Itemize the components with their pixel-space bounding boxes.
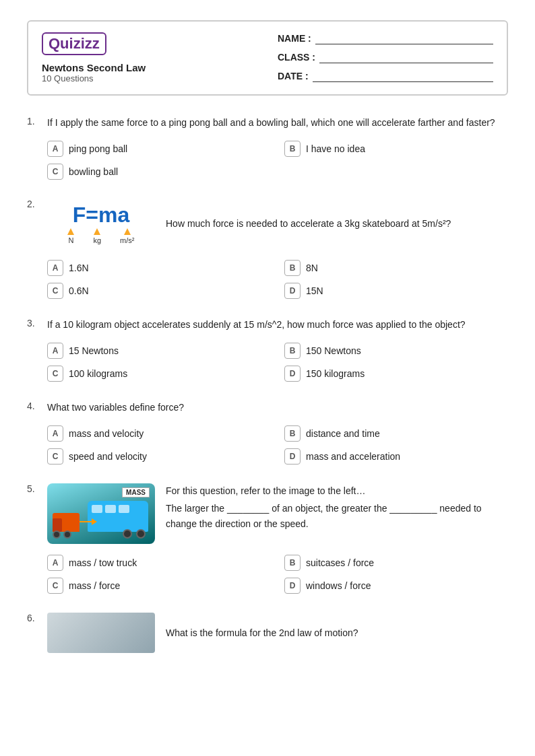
- answer-text-2b: 8N: [306, 263, 318, 273]
- answer-2d[interactable]: D 15N: [284, 283, 508, 299]
- answer-3a[interactable]: A 15 Newtons: [47, 343, 271, 359]
- answer-2b[interactable]: B 8N: [284, 260, 508, 276]
- header-box: Quizizz Newtons Second Law 10 Questions …: [27, 20, 508, 96]
- answer-letter-4b: B: [284, 425, 301, 442]
- bus-illustration: MASS: [47, 483, 155, 544]
- answer-text-4b: distance and time: [306, 428, 380, 439]
- question-6-num: 6.: [27, 613, 40, 653]
- fma-image: F=ma N kg m/s²: [47, 199, 155, 249]
- fma-arrow-kg: kg: [93, 228, 101, 244]
- answer-1b[interactable]: B I have no idea: [284, 141, 508, 157]
- answer-letter-3d: D: [284, 366, 301, 382]
- answer-1c[interactable]: C bowling ball: [47, 164, 271, 180]
- answer-letter-3c: C: [47, 366, 63, 382]
- answer-4c[interactable]: C speed and velocity: [47, 448, 271, 465]
- answer-3b[interactable]: B 150 Newtons: [284, 343, 508, 359]
- question-3-text: 3. If a 10 kilogram object accelerates s…: [27, 318, 508, 332]
- answer-4d[interactable]: D mass and acceleration: [284, 448, 508, 465]
- name-field-row: NAME :: [278, 32, 493, 44]
- question-3-body: If a 10 kilogram object accelerates sudd…: [47, 318, 508, 332]
- date-label: DATE :: [278, 71, 309, 81]
- fma-label-kg: kg: [93, 236, 101, 244]
- header-right: NAME : CLASS : DATE :: [278, 32, 493, 82]
- answer-5c[interactable]: C mass / force: [47, 578, 271, 594]
- answer-letter-4a: A: [47, 425, 63, 442]
- answer-text-5a: mass / tow truck: [69, 557, 137, 568]
- answer-5a[interactable]: A mass / tow truck: [47, 555, 271, 571]
- answer-letter-2b: B: [284, 260, 301, 276]
- question-1-text: 1. If I apply the same force to a ping p…: [27, 116, 508, 130]
- answer-5b[interactable]: B suitcases / force: [284, 555, 508, 571]
- answer-4b[interactable]: B distance and time: [284, 425, 508, 442]
- quiz-title: Newtons Second Law: [42, 62, 146, 73]
- question-6: 6. What is the formula for the 2nd law o…: [27, 613, 508, 653]
- answer-text-3c: 100 kilograms: [69, 368, 127, 379]
- arrow-up-n: [67, 228, 74, 235]
- answer-3d[interactable]: D 150 kilograms: [284, 366, 508, 382]
- question-4-text: 4. What two variables define force?: [27, 401, 508, 415]
- question-5-body: For this question, refer to the image to…: [166, 483, 508, 544]
- answer-text-1b: I have no idea: [306, 143, 365, 154]
- question-4-answers: A mass and velocity B distance and time …: [47, 425, 508, 465]
- answer-text-5b: suitcases / force: [306, 557, 374, 568]
- answer-letter-5b: B: [284, 555, 301, 571]
- question-3-answers: A 15 Newtons B 150 Newtons C 100 kilogra…: [47, 343, 508, 382]
- answer-2a[interactable]: A 1.6N: [47, 260, 271, 276]
- fma-arrow-n: N: [67, 228, 74, 244]
- fma-label-ms2: m/s²: [120, 236, 134, 244]
- question-4: 4. What two variables define force? A ma…: [27, 401, 508, 465]
- answer-text-2d: 15N: [306, 285, 323, 296]
- answer-letter-1a: A: [47, 141, 63, 157]
- arrow-head: [92, 518, 97, 525]
- question-2-text: 2. F=ma N kg: [27, 199, 508, 249]
- answer-2c[interactable]: C 0.6N: [47, 283, 271, 299]
- answer-3c[interactable]: C 100 kilograms: [47, 366, 271, 382]
- fma-arrow-ms2: m/s²: [120, 228, 134, 244]
- bus-window-2: [105, 505, 116, 513]
- question-6-text: 6. What is the formula for the 2nd law o…: [27, 613, 508, 653]
- q5-line2: The larger the ________ of an object, th…: [166, 501, 508, 531]
- fma-formula: F=ma: [73, 204, 129, 226]
- arrow-up-ms2: [124, 228, 131, 235]
- question-2-answers: A 1.6N B 8N C 0.6N D 15N: [47, 260, 508, 299]
- question-5-answers: A mass / tow truck B suitcases / force C…: [47, 555, 508, 594]
- question-5: 5. MASS: [27, 483, 508, 594]
- answer-letter-4d: D: [284, 448, 301, 465]
- bus-wheel-2: [123, 529, 132, 539]
- date-field-row: DATE :: [278, 70, 493, 82]
- q5-inner: MASS: [47, 483, 508, 544]
- force-arrow: [80, 518, 97, 525]
- fma-arrows: N kg m/s²: [67, 228, 134, 244]
- answer-text-1c: bowling ball: [69, 166, 118, 177]
- answer-text-3a: 15 Newtons: [69, 345, 119, 356]
- question-4-num: 4.: [27, 401, 40, 415]
- name-line[interactable]: [315, 32, 493, 44]
- class-line[interactable]: [319, 51, 493, 63]
- q2-inner: F=ma N kg m/s²: [47, 199, 451, 249]
- answer-letter-4c: C: [47, 448, 63, 465]
- answer-4a[interactable]: A mass and velocity: [47, 425, 271, 442]
- quiz-subtitle: 10 Questions: [42, 73, 146, 83]
- answer-text-1a: ping pong ball: [69, 143, 127, 154]
- arrow-up-kg: [94, 228, 100, 235]
- quizizz-logo: Quizizz: [42, 32, 106, 55]
- q5-line1: For this question, refer to the image to…: [166, 483, 508, 498]
- question-2-body: How much force is needed to accelerate a…: [166, 217, 451, 231]
- mass-label: MASS: [122, 487, 150, 497]
- answer-letter-3b: B: [284, 343, 301, 359]
- question-5-text: 5. MASS: [27, 483, 508, 544]
- date-line[interactable]: [313, 70, 493, 82]
- answer-letter-5a: A: [47, 555, 63, 571]
- answer-letter-1b: B: [284, 141, 301, 157]
- header-left: Quizizz Newtons Second Law 10 Questions: [42, 32, 146, 83]
- q6-image-placeholder: [47, 613, 155, 653]
- truck-wheel-1: [53, 530, 61, 539]
- answer-text-5d: windows / force: [306, 580, 371, 591]
- question-4-body: What two variables define force?: [47, 401, 508, 415]
- answer-5d[interactable]: D windows / force: [284, 578, 508, 594]
- answer-text-4c: speed and velocity: [69, 451, 147, 462]
- answer-text-4a: mass and velocity: [69, 428, 144, 439]
- answer-letter-2d: D: [284, 283, 301, 299]
- answer-letter-1c: C: [47, 164, 63, 180]
- answer-1a[interactable]: A ping pong ball: [47, 141, 271, 157]
